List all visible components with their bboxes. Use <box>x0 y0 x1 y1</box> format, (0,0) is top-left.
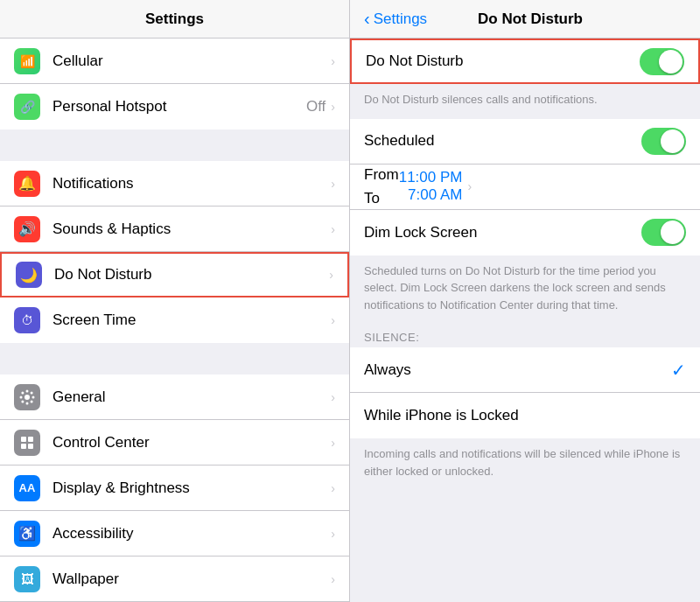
display-chevron: › <box>331 481 335 495</box>
while-locked-row[interactable]: While iPhone is Locked <box>350 393 700 438</box>
general-chevron: › <box>331 390 335 404</box>
sounds-label: Sounds & Haptics <box>52 220 331 238</box>
settings-item-sounds[interactable]: 🔊 Sounds & Haptics › <box>0 206 349 252</box>
while-locked-label: While iPhone is Locked <box>364 407 686 424</box>
svg-rect-10 <box>28 437 33 442</box>
dnd-toggle-label: Do Not Disturb <box>366 52 640 70</box>
dim-lock-toggle[interactable] <box>641 219 686 246</box>
general-icon <box>14 384 40 410</box>
group-connectivity: 📶 Cellular › 🔗 Personal Hotspot Off › <box>0 38 349 130</box>
scheduled-toggle[interactable] <box>641 128 686 155</box>
notifications-chevron: › <box>331 177 335 191</box>
dnd-icon: 🌙 <box>16 262 42 288</box>
left-header: Settings <box>0 0 349 38</box>
scheduled-section: Scheduled From To 11:00 PM 7:00 AM › Dim… <box>350 119 700 256</box>
svg-point-4 <box>32 396 35 398</box>
svg-point-1 <box>26 389 29 392</box>
always-row[interactable]: Always ✓ <box>350 347 700 393</box>
controlcenter-chevron: › <box>331 436 335 450</box>
settings-item-accessibility[interactable]: ♿ Accessibility › <box>0 511 349 556</box>
sounds-chevron: › <box>331 222 335 236</box>
controlcenter-icon <box>14 430 40 456</box>
settings-item-dnd[interactable]: 🌙 Do Not Disturb › <box>0 252 349 298</box>
scheduled-desc-text: Scheduled turns on Do Not Disturb for th… <box>364 264 666 312</box>
settings-item-notifications[interactable]: 🔔 Notifications › <box>0 161 349 206</box>
dnd-label: Do Not Disturb <box>54 266 329 284</box>
group-notifications: 🔔 Notifications › 🔊 Sounds & Haptics › 🌙… <box>0 161 349 343</box>
cellular-icon: 📶 <box>14 48 40 74</box>
separator-2 <box>0 343 349 374</box>
back-label: Settings <box>374 10 427 28</box>
from-to-values: 11:00 PM 7:00 AM <box>399 169 463 204</box>
dnd-toggle-row: Do Not Disturb <box>350 38 700 84</box>
wallpaper-chevron: › <box>331 572 335 586</box>
scheduled-description: Scheduled turns on Do Not Disturb for th… <box>350 256 700 325</box>
svg-point-8 <box>21 400 24 402</box>
from-label: From <box>364 163 399 186</box>
svg-point-6 <box>31 400 33 402</box>
dim-lock-label: Dim Lock Screen <box>364 224 641 242</box>
right-header: ‹ Settings Do Not Disturb <box>350 0 700 38</box>
always-label: Always <box>364 361 671 379</box>
notifications-label: Notifications <box>52 175 331 192</box>
settings-item-wallpaper[interactable]: 🖼 Wallpaper › <box>0 556 349 602</box>
settings-list: 📶 Cellular › 🔗 Personal Hotspot Off › 🔔 <box>0 38 349 602</box>
dnd-desc-text: Do Not Disturb silences calls and notifi… <box>364 93 598 106</box>
while-locked-description: Incoming calls and notifications will be… <box>350 438 700 490</box>
svg-rect-11 <box>21 444 26 449</box>
settings-item-display[interactable]: AA Display & Brightness › <box>0 466 349 511</box>
scheduled-label: Scheduled <box>364 132 641 150</box>
display-label: Display & Brightness <box>52 480 331 497</box>
hotspot-icon: 🔗 <box>14 94 40 120</box>
separator-1 <box>0 130 349 161</box>
svg-point-2 <box>26 402 29 404</box>
settings-item-general[interactable]: General › <box>0 374 349 420</box>
back-chevron-icon: ‹ <box>364 9 370 29</box>
dnd-right-panel: ‹ Settings Do Not Disturb Do Not Disturb… <box>350 0 700 602</box>
back-button[interactable]: ‹ Settings <box>364 9 427 29</box>
sounds-icon: 🔊 <box>14 216 40 242</box>
notifications-icon: 🔔 <box>14 171 40 197</box>
svg-point-3 <box>20 396 23 398</box>
screentime-label: Screen Time <box>52 312 331 329</box>
wallpaper-icon: 🖼 <box>14 566 40 592</box>
scheduled-row: Scheduled <box>350 119 700 164</box>
svg-point-0 <box>24 395 30 400</box>
from-to-chevron: › <box>467 179 472 193</box>
hotspot-chevron: › <box>331 100 335 114</box>
silence-section-label: SILENCE: <box>350 324 700 347</box>
settings-item-controlcenter[interactable]: Control Center › <box>0 420 349 466</box>
from-value: 11:00 PM <box>399 169 463 186</box>
settings-item-screentime[interactable]: ⏱ Screen Time › <box>0 298 349 343</box>
to-label: To <box>364 186 399 210</box>
cellular-label: Cellular <box>52 52 331 70</box>
display-icon: AA <box>14 475 40 501</box>
from-to-labels: From To <box>364 163 399 210</box>
controlcenter-label: Control Center <box>52 434 331 452</box>
svg-point-5 <box>21 391 24 394</box>
svg-rect-12 <box>28 444 33 449</box>
dnd-chevron: › <box>329 268 333 282</box>
dnd-description: Do Not Disturb silences calls and notifi… <box>350 84 700 119</box>
silence-label-text: SILENCE: <box>364 331 419 344</box>
silence-section: Always ✓ While iPhone is Locked <box>350 347 700 438</box>
to-value: 7:00 AM <box>408 186 462 204</box>
settings-item-cellular[interactable]: 📶 Cellular › <box>0 38 349 84</box>
accessibility-icon: ♿ <box>14 521 40 547</box>
hotspot-value: Off <box>306 98 326 116</box>
while-locked-desc-text: Incoming calls and notifications will be… <box>364 447 680 478</box>
hotspot-label: Personal Hotspot <box>52 98 306 116</box>
group-system: General › Control Center › AA Display & … <box>0 374 349 602</box>
from-to-row[interactable]: From To 11:00 PM 7:00 AM › <box>350 164 700 210</box>
wallpaper-label: Wallpaper <box>52 570 331 588</box>
accessibility-label: Accessibility <box>52 525 331 542</box>
right-title: Do Not Disturb <box>427 10 634 28</box>
screentime-chevron: › <box>331 313 335 327</box>
settings-left-panel: Settings 📶 Cellular › 🔗 Personal Hotspot… <box>0 0 350 602</box>
general-label: General <box>52 388 331 406</box>
screentime-icon: ⏱ <box>14 307 40 333</box>
settings-item-hotspot[interactable]: 🔗 Personal Hotspot Off › <box>0 84 349 130</box>
dnd-toggle[interactable] <box>640 48 684 75</box>
svg-rect-9 <box>21 437 26 442</box>
always-checkmark: ✓ <box>671 360 686 381</box>
